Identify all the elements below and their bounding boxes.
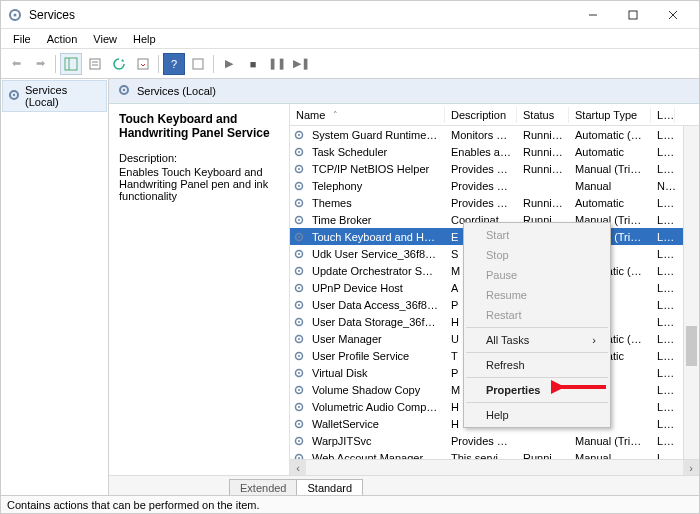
refresh-toolbar-button[interactable]: [108, 53, 130, 75]
description-text: Enables Touch Keyboard and Handwriting P…: [119, 166, 279, 202]
gear-icon: [292, 128, 306, 142]
close-button[interactable]: [653, 1, 693, 29]
table-row[interactable]: ThemesProvides use...RunningAutomaticLoc: [290, 194, 699, 211]
menu-action[interactable]: Action: [39, 32, 86, 46]
svg-point-26: [298, 202, 300, 204]
gear-icon: [292, 213, 306, 227]
cell-log-on-as: Loc: [651, 196, 675, 210]
start-toolbar-button[interactable]: ▶: [218, 53, 240, 75]
back-button[interactable]: ⬅: [5, 53, 27, 75]
gear-icon: [7, 88, 21, 104]
svg-point-18: [298, 134, 300, 136]
help-toolbar-button[interactable]: ?: [163, 53, 185, 75]
cell-log-on-as: Loc: [651, 128, 675, 142]
tab-extended[interactable]: Extended: [229, 479, 297, 495]
cell-startup-type: Automatic: [569, 145, 651, 159]
menu-bar: File Action View Help: [1, 29, 699, 49]
gear-icon: [292, 247, 306, 261]
cell-description: Provides sup...: [445, 162, 517, 176]
sort-indicator-icon: ˄: [333, 110, 338, 120]
context-restart[interactable]: Restart: [464, 305, 610, 325]
context-pause[interactable]: Pause: [464, 265, 610, 285]
table-row[interactable]: Task SchedulerEnables a us...RunningAuto…: [290, 143, 699, 160]
cell-name: System Guard Runtime Mon...: [306, 128, 445, 142]
gear-icon: [292, 400, 306, 414]
cell-log-on-as: Loc: [651, 332, 675, 346]
window-title: Services: [29, 8, 573, 22]
cell-status: Running: [517, 451, 569, 460]
menu-help[interactable]: Help: [125, 32, 164, 46]
scroll-left-button[interactable]: ‹: [290, 460, 306, 475]
minimize-button[interactable]: [573, 1, 613, 29]
cell-description: Provides Tel...: [445, 179, 517, 193]
context-refresh[interactable]: Refresh: [464, 355, 610, 375]
context-resume[interactable]: Resume: [464, 285, 610, 305]
pause-toolbar-button[interactable]: ❚❚: [266, 53, 288, 75]
cell-log-on-as: Loc: [651, 417, 675, 431]
column-status[interactable]: Status: [517, 107, 569, 123]
cell-startup-type: Manual (Trigg...: [569, 434, 651, 448]
table-row[interactable]: WarpJITSvcProvides a JI...Manual (Trigg.…: [290, 432, 699, 449]
menu-view[interactable]: View: [85, 32, 125, 46]
tree-pane: Services (Local): [1, 79, 109, 495]
cell-startup-type: Automatic (De...: [569, 128, 651, 142]
cell-startup-type: Manual: [569, 179, 651, 193]
horizontal-scrollbar[interactable]: ‹ ›: [290, 459, 699, 475]
svg-rect-3: [629, 11, 637, 19]
cell-name: UPnP Device Host: [306, 281, 445, 295]
show-hide-tree-button[interactable]: [60, 53, 82, 75]
scroll-right-button[interactable]: ›: [683, 460, 699, 475]
cell-startup-type: Automatic: [569, 196, 651, 210]
cell-log-on-as: Loc: [651, 230, 675, 244]
annotation-arrow: [551, 377, 611, 399]
column-startup-type[interactable]: Startup Type: [569, 107, 651, 123]
cell-log-on-as: Loc: [651, 281, 675, 295]
scrollbar-thumb[interactable]: [686, 326, 697, 366]
menu-file[interactable]: File: [5, 32, 39, 46]
cell-log-on-as: Loc: [651, 349, 675, 363]
context-help[interactable]: Help: [464, 405, 610, 425]
status-bar: Contains actions that can be performed o…: [1, 495, 699, 513]
cell-log-on-as: Loc: [651, 247, 675, 261]
context-start[interactable]: Start: [464, 225, 610, 245]
cell-name: Telephony: [306, 179, 445, 193]
cell-log-on-as: Loc: [651, 366, 675, 380]
table-row[interactable]: TCP/IP NetBIOS HelperProvides sup...Runn…: [290, 160, 699, 177]
cell-status: [517, 440, 569, 442]
cell-log-on-as: Loc: [651, 315, 675, 329]
tab-standard[interactable]: Standard: [296, 479, 363, 495]
cell-log-on-as: Loc: [651, 383, 675, 397]
cell-name: Virtual Disk: [306, 366, 445, 380]
unknown-toolbar-button[interactable]: [187, 53, 209, 75]
table-row[interactable]: System Guard Runtime Mon...Monitors an..…: [290, 126, 699, 143]
properties-toolbar-button[interactable]: [84, 53, 106, 75]
tree-root-node[interactable]: Services (Local): [2, 80, 107, 112]
menu-separator: [466, 402, 608, 403]
column-name[interactable]: Name˄: [290, 107, 445, 123]
export-button[interactable]: [132, 53, 154, 75]
cell-name: Volume Shadow Copy: [306, 383, 445, 397]
maximize-button[interactable]: [613, 1, 653, 29]
table-row[interactable]: TelephonyProvides Tel...ManualNe: [290, 177, 699, 194]
cell-name: Udk User Service_36f8df3: [306, 247, 445, 261]
gear-icon: [292, 434, 306, 448]
cell-name: User Manager: [306, 332, 445, 346]
toolbar: ⬅ ➡ ? ▶ ■ ❚❚ ▶❚: [1, 49, 699, 79]
column-log-on-as[interactable]: Log: [651, 107, 675, 123]
stop-toolbar-button[interactable]: ■: [242, 53, 264, 75]
cell-name: WalletService: [306, 417, 445, 431]
description-panel: Touch Keyboard and Handwriting Panel Ser…: [109, 104, 289, 475]
table-row[interactable]: Web Account ManagerThis service i...Runn…: [290, 449, 699, 459]
restart-toolbar-button[interactable]: ▶❚: [290, 53, 312, 75]
gear-icon: [292, 145, 306, 159]
context-stop[interactable]: Stop: [464, 245, 610, 265]
forward-button[interactable]: ➡: [29, 53, 51, 75]
gear-icon: [292, 298, 306, 312]
column-description[interactable]: Description: [445, 107, 517, 123]
cell-name: Web Account Manager: [306, 451, 445, 460]
cell-log-on-as: Ne: [651, 179, 675, 193]
menu-separator: [466, 352, 608, 353]
vertical-scrollbar[interactable]: [683, 126, 699, 459]
svg-point-42: [298, 338, 300, 340]
context-all-tasks[interactable]: All Tasks›: [464, 330, 610, 350]
